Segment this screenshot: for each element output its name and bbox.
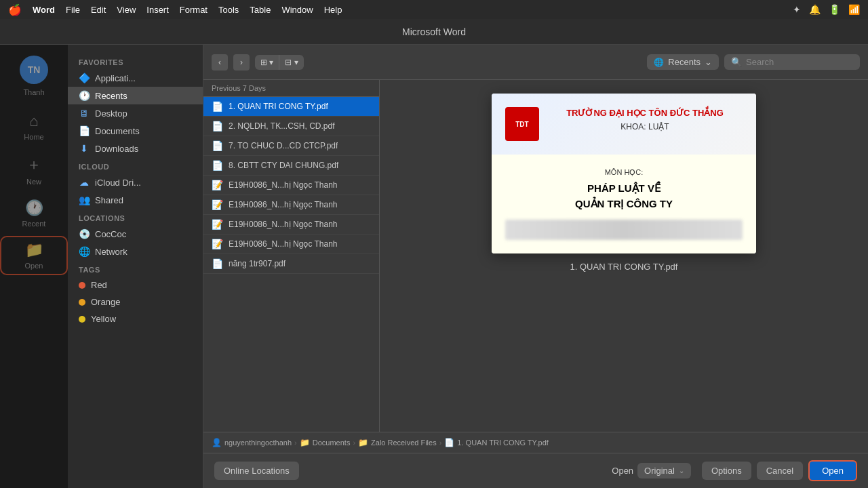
menubar-right: ✦ 🔔 🔋 📶 <box>793 4 860 15</box>
breadcrumb-user[interactable]: nguyenthingocthanh <box>224 439 292 447</box>
finder-main: ‹ › ⊞ ▾ ⊟ ▾ 🌐 Recents ⌄ 🔍 Search <box>203 45 868 488</box>
sidebar-item-shared[interactable]: 👥 Shared <box>68 191 203 209</box>
file-item-7[interactable]: 📝 E19H0086_N...hị Ngọc Thanh <box>203 215 379 235</box>
open-mode-group: Open Original ⌄ <box>612 463 691 479</box>
search-placeholder: Search <box>746 57 774 67</box>
battery-icon: 🔋 <box>829 4 840 15</box>
menubar: 🍎 Word File Edit View Insert Format Tool… <box>0 0 868 19</box>
pdf-icon-3: 📄 <box>212 140 223 151</box>
location-dropdown[interactable]: 🌐 Recents ⌄ <box>647 54 719 70</box>
search-box[interactable]: 🔍 Search <box>724 54 860 70</box>
pdf-icon-2: 📄 <box>212 121 223 131</box>
icloud-section-title: iCloud <box>68 157 203 174</box>
open-mode-label: Open <box>612 466 633 476</box>
menubar-edit[interactable]: Edit <box>91 5 106 15</box>
university-logo: TDT <box>505 107 539 141</box>
location-label: Recents <box>668 57 701 67</box>
subject-title-line2: QUẢN TRỊ CÔNG TY <box>505 197 743 212</box>
file-item-5[interactable]: 📝 E19H0086_N...hị Ngọc Thanh <box>203 176 379 195</box>
open-button[interactable]: Open <box>808 460 857 481</box>
tag-yellow-dot <box>79 316 85 323</box>
menubar-view[interactable]: View <box>117 5 136 15</box>
file-name-5: E19H0086_N...hị Ngọc Thanh <box>229 180 338 190</box>
window-title: Microsoft Word <box>402 26 466 37</box>
sidebar-item-network[interactable]: 🌐 Network <box>68 243 203 260</box>
column-view-button[interactable]: ⊟ ▾ <box>279 55 303 70</box>
file-item-8[interactable]: 📝 E19H0086_N...hị Ngọc Thanh <box>203 235 379 254</box>
menubar-left: 🍎 Word File Edit View Insert Format Tool… <box>8 3 342 16</box>
sidebar-item-applications[interactable]: 🔷 Applicati... <box>68 69 203 87</box>
word-icon-5: 📝 <box>212 180 223 190</box>
sidebar-item-icloud-drive[interactable]: ☁ iCloud Dri... <box>68 174 203 191</box>
file-name-7: E19H0086_N...hị Ngọc Thanh <box>229 220 338 229</box>
menubar-table[interactable]: Table <box>250 5 271 15</box>
breadcrumb-sep-3: › <box>439 439 442 447</box>
file-item-9[interactable]: 📄 năng 1tr907.pdf <box>203 254 379 274</box>
file-item-3[interactable]: 📄 7. TO CHUC D...CD CTCP.pdf <box>203 136 379 156</box>
favorites-section-title: Favorites <box>68 53 203 69</box>
file-name-4: 8. CBTT CTY DAI CHUNG.pdf <box>229 161 338 170</box>
pdf-icon-4: 📄 <box>212 160 223 171</box>
mon-hoc-label: MÔN HỌC: <box>505 168 743 177</box>
sidebar-item-desktop[interactable]: 🖥 Desktop <box>68 104 203 122</box>
titlebar: Microsoft Word <box>0 19 868 45</box>
menubar-window[interactable]: Window <box>281 5 313 15</box>
options-button[interactable]: Options <box>702 462 751 480</box>
back-button[interactable]: ‹ <box>212 54 228 70</box>
breadcrumb-folder-icon: 📁 <box>300 438 310 447</box>
open-mode-value: Original <box>644 466 675 476</box>
tag-red[interactable]: Red <box>68 277 203 293</box>
grid-view-button[interactable]: ⊞ ▾ <box>255 55 279 70</box>
documents-label: Documents <box>95 126 140 136</box>
menubar-insert[interactable]: Insert <box>146 5 169 15</box>
breadcrumb-zalo[interactable]: Zalo Received Files <box>371 439 437 447</box>
word-icon-8: 📝 <box>212 239 223 249</box>
open-mode-dropdown[interactable]: Original ⌄ <box>637 463 691 479</box>
online-locations-button[interactable]: Online Locations <box>214 462 299 480</box>
breadcrumb-person-icon: 👤 <box>212 438 222 447</box>
file-name-1: 1. QUAN TRI CONG TY.pdf <box>229 102 328 111</box>
forward-button[interactable]: › <box>233 54 250 70</box>
view-mode-selector: ⊞ ▾ ⊟ ▾ <box>255 55 304 70</box>
file-item-1[interactable]: 📄 1. QUAN TRI CONG TY.pdf <box>203 97 379 117</box>
menubar-app-name[interactable]: Word <box>33 5 55 15</box>
icloud-icon: ☁ <box>79 177 90 188</box>
menubar-help[interactable]: Help <box>324 5 342 15</box>
breadcrumb-documents[interactable]: Documents <box>313 439 351 447</box>
tag-orange-label: Orange <box>91 297 120 307</box>
downloads-label: Downloads <box>95 144 138 154</box>
finder-toolbar: ‹ › ⊞ ▾ ⊟ ▾ 🌐 Recents ⌄ 🔍 Search <box>203 45 868 80</box>
recents-icon: 🕐 <box>79 90 90 101</box>
icloud-drive-label: iCloud Dri... <box>95 178 141 188</box>
dialog-overlay: Favorites 🔷 Applicati... 🕐 Recents 🖥 Des… <box>0 45 868 488</box>
menubar-tools[interactable]: Tools <box>218 5 239 15</box>
shared-label: Shared <box>95 195 123 205</box>
file-item-6[interactable]: 📝 E19H0086_N...hị Ngọc Thanh <box>203 195 379 215</box>
menubar-file[interactable]: File <box>66 5 80 15</box>
preview-blur-content <box>505 220 743 240</box>
sidebar-item-coccoc[interactable]: 💿 CocCoc <box>68 225 203 243</box>
file-item-4[interactable]: 📄 8. CBTT CTY DAI CHUNG.pdf <box>203 156 379 176</box>
locations-section-title: Locations <box>68 209 203 225</box>
documents-icon: 📄 <box>79 125 90 136</box>
sidebar-item-recents[interactable]: 🕐 Recents <box>68 87 203 104</box>
preview-header: TDT TRƯỜNG ĐẠI HỌC TÔN ĐỨC THẮNG KHOA: L… <box>492 94 756 155</box>
notification-icon: 🔔 <box>809 4 821 15</box>
tag-yellow[interactable]: Yellow <box>68 310 203 327</box>
cancel-button[interactable]: Cancel <box>757 462 803 480</box>
tag-orange[interactable]: Orange <box>68 293 203 310</box>
desktop-icon: 🖥 <box>79 108 90 119</box>
tag-red-label: Red <box>91 280 107 290</box>
desktop-label: Desktop <box>95 108 127 119</box>
apple-icon[interactable]: 🍎 <box>8 3 22 16</box>
coccoc-icon: 💿 <box>79 228 90 239</box>
creative-cloud-icon: ✦ <box>793 4 801 15</box>
breadcrumb-file[interactable]: 1. QUAN TRI CONG TY.pdf <box>457 439 549 447</box>
sidebar-item-downloads[interactable]: ⬇ Downloads <box>68 140 203 157</box>
menubar-format[interactable]: Format <box>180 5 208 15</box>
sidebar-item-documents[interactable]: 📄 Documents <box>68 122 203 140</box>
preview-filename: 1. QUAN TRI CONG TY.pdf <box>570 262 678 272</box>
globe-icon: 🌐 <box>654 58 664 67</box>
file-item-2[interactable]: 📄 2. NQLDH, TK...CSH, CD.pdf <box>203 117 379 136</box>
dropdown-arrow-icon: ⌄ <box>679 467 684 474</box>
